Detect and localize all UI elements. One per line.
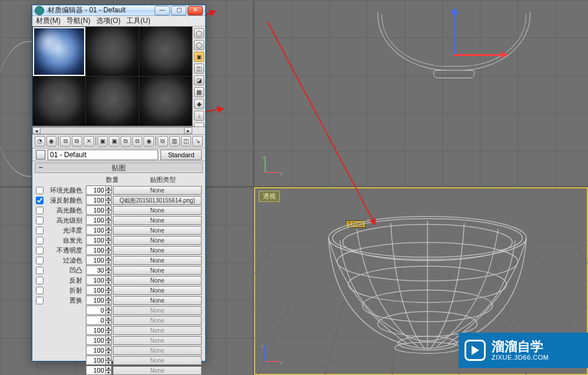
spin-up[interactable]: ▲	[106, 205, 112, 210]
map-slot-button[interactable]: None	[113, 236, 202, 245]
spin-up[interactable]: ▲	[106, 336, 112, 340]
menu-material[interactable]: 材质(M)	[36, 16, 61, 26]
map-slot-button[interactable]: None	[113, 286, 202, 295]
menu-nav[interactable]: 导航(N)	[66, 16, 91, 26]
map-checkbox[interactable]	[36, 227, 44, 234]
spin-up[interactable]: ▲	[106, 225, 112, 230]
sample-slot[interactable]	[139, 77, 192, 125]
pick-material-icon[interactable]	[36, 150, 45, 160]
map-checkbox[interactable]	[36, 237, 44, 244]
map-amount-input[interactable]	[86, 205, 106, 215]
spin-down[interactable]: ▼	[106, 330, 112, 335]
spin-down[interactable]: ▼	[106, 320, 112, 325]
map-slot-button[interactable]: None	[113, 356, 202, 365]
side-button[interactable]: ▣	[194, 52, 204, 62]
map-amount-input[interactable]	[86, 195, 106, 205]
map-amount-input[interactable]	[86, 215, 106, 225]
spin-down[interactable]: ▼	[106, 260, 112, 265]
map-amount-input[interactable]	[86, 366, 106, 375]
map-amount-spinner[interactable]: ▲▼	[86, 276, 112, 285]
tool-button[interactable]: ▣	[109, 136, 119, 147]
map-checkbox[interactable]	[36, 287, 44, 294]
tool-button[interactable]: ◫	[181, 136, 192, 147]
map-checkbox[interactable]	[36, 277, 44, 284]
spin-down[interactable]: ▼	[106, 300, 112, 305]
spin-down[interactable]: ▼	[106, 190, 112, 195]
map-amount-spinner[interactable]: ▲▼	[86, 296, 112, 305]
map-slot-button[interactable]: None	[113, 186, 202, 195]
map-slot-button[interactable]: Q截图20150130155614.png)	[113, 196, 202, 205]
side-button[interactable]: ◫	[194, 64, 204, 74]
tool-button[interactable]: ▥	[169, 136, 180, 147]
map-checkbox[interactable]	[36, 297, 44, 304]
map-amount-spinner[interactable]: ▲▼	[86, 225, 112, 235]
map-amount-spinner[interactable]: ▲▼	[86, 245, 112, 255]
spin-down[interactable]: ▼	[106, 290, 112, 295]
map-amount-input[interactable]	[86, 255, 106, 265]
map-checkbox[interactable]	[36, 187, 44, 194]
spin-up[interactable]: ▲	[106, 266, 112, 270]
side-button[interactable]: ◯	[194, 28, 204, 38]
spin-up[interactable]: ▲	[106, 276, 112, 280]
map-amount-spinner[interactable]: ▲▼	[86, 356, 112, 365]
maps-rollout-title[interactable]: 贴图	[35, 162, 203, 173]
side-button[interactable]: ◪	[194, 75, 204, 85]
map-slot-button[interactable]: None	[113, 206, 202, 215]
spin-down[interactable]: ▼	[106, 230, 112, 235]
map-amount-input[interactable]	[86, 356, 106, 365]
titlebar[interactable]: 材质编辑器 - 01 - Default — ▢ ✕	[32, 5, 205, 16]
scroll-right-button[interactable]: ▸	[184, 127, 192, 134]
map-slot-button[interactable]: None	[113, 246, 202, 255]
sample-slot[interactable]	[33, 77, 85, 125]
sample-slot[interactable]	[33, 27, 85, 76]
menu-options[interactable]: 选项(O)	[96, 16, 121, 26]
tool-button[interactable]: ▣	[98, 136, 108, 147]
spin-down[interactable]: ▼	[106, 270, 112, 275]
spin-up[interactable]: ▲	[106, 286, 112, 290]
scroll-track[interactable]	[41, 127, 184, 134]
map-slot-button[interactable]: None	[113, 296, 202, 305]
map-amount-input[interactable]	[86, 286, 106, 295]
map-amount-spinner[interactable]: ▲▼	[86, 255, 112, 265]
side-button[interactable]: ▦	[194, 87, 204, 97]
sample-slot[interactable]	[86, 27, 138, 76]
map-checkbox[interactable]	[36, 247, 44, 254]
side-button[interactable]: ⟂	[194, 111, 204, 121]
viewport-top-right[interactable]: z x	[254, 0, 588, 186]
spin-up[interactable]: ▲	[106, 326, 112, 330]
map-slot-button[interactable]: None	[113, 336, 202, 345]
spin-down[interactable]: ▼	[106, 310, 112, 315]
spin-up[interactable]: ▲	[106, 185, 112, 190]
assign-material-button[interactable]: ⧉	[60, 136, 71, 147]
map-checkbox[interactable]	[36, 267, 44, 274]
map-slot-button[interactable]: None	[113, 226, 202, 235]
map-slot-button[interactable]: None	[113, 346, 202, 355]
spin-down[interactable]: ▼	[106, 200, 112, 205]
material-name-input[interactable]	[48, 150, 158, 160]
map-checkbox[interactable]	[36, 217, 44, 224]
map-checkbox[interactable]	[36, 207, 44, 214]
map-amount-spinner[interactable]: ▲▼	[86, 195, 112, 205]
spin-up[interactable]: ▲	[106, 346, 112, 350]
spin-down[interactable]: ▼	[106, 220, 112, 225]
map-amount-spinner[interactable]: ▲▼	[86, 346, 112, 355]
map-amount-input[interactable]	[86, 185, 106, 195]
spin-up[interactable]: ▲	[106, 306, 112, 310]
spin-up[interactable]: ▲	[106, 316, 112, 320]
map-amount-spinner[interactable]: ▲▼	[86, 336, 112, 345]
map-slot-button[interactable]: None	[113, 306, 202, 315]
map-slot-button[interactable]: None	[113, 216, 202, 225]
spin-down[interactable]: ▼	[106, 280, 112, 285]
tool-button[interactable]: ↘	[192, 136, 203, 147]
map-amount-input[interactable]	[86, 306, 106, 315]
spin-up[interactable]: ▲	[106, 296, 112, 300]
maximize-button[interactable]: ▢	[171, 6, 186, 15]
sample-slot[interactable]	[86, 77, 138, 125]
map-amount-input[interactable]	[86, 245, 106, 255]
map-amount-spinner[interactable]: ▲▼	[86, 185, 112, 195]
map-amount-spinner[interactable]: ▲▼	[86, 316, 112, 325]
sample-scrollbar[interactable]: ◂ ▸	[32, 127, 205, 135]
spin-down[interactable]: ▼	[106, 250, 112, 255]
map-amount-input[interactable]	[86, 296, 106, 305]
map-amount-spinner[interactable]: ▲▼	[86, 306, 112, 315]
